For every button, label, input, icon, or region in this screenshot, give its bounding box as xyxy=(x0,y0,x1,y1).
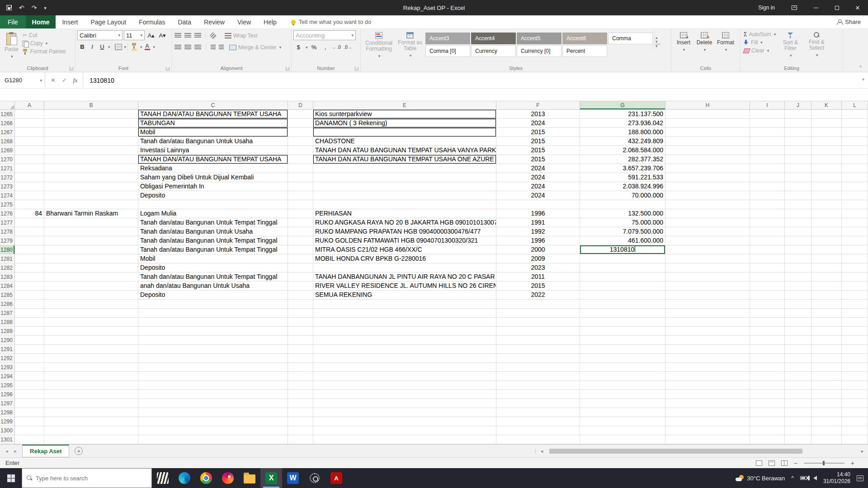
cell-J1277[interactable] xyxy=(785,218,811,227)
column-header-F[interactable]: F xyxy=(496,101,580,110)
cell-B1284[interactable] xyxy=(44,282,138,291)
cell-J1266[interactable] xyxy=(785,119,811,128)
cell-G1278[interactable]: 7.079.500.000 xyxy=(580,227,665,236)
cell-E1289[interactable] xyxy=(313,327,496,336)
cell-I1270[interactable] xyxy=(750,155,785,164)
cell-A1268[interactable] xyxy=(15,137,44,146)
cell-A1291[interactable] xyxy=(15,345,44,354)
cell-H1278[interactable] xyxy=(665,227,750,236)
clipboard-dialog-launcher[interactable] xyxy=(70,66,74,70)
cell-A1290[interactable] xyxy=(15,336,44,345)
accounting-format-button[interactable]: $ xyxy=(293,42,303,52)
cell-A1274[interactable] xyxy=(15,191,44,200)
column-header-H[interactable]: H xyxy=(665,101,750,110)
cell-L1269[interactable] xyxy=(842,146,868,155)
redo-button[interactable]: ↷ xyxy=(32,4,37,11)
cell-J1267[interactable] xyxy=(785,128,811,137)
row-header-1285[interactable]: 1285 xyxy=(0,291,15,300)
cell-L1291[interactable] xyxy=(842,345,868,354)
row-header-1298[interactable]: 1298 xyxy=(0,408,15,417)
decrease-indent-button[interactable] xyxy=(211,45,216,50)
cell-A1292[interactable] xyxy=(15,354,44,363)
cell-C1299[interactable] xyxy=(138,417,288,426)
cell-G1289[interactable] xyxy=(580,327,665,336)
cell-A1280[interactable] xyxy=(15,245,44,254)
cell-I1295[interactable] xyxy=(750,381,785,390)
cell-B1286[interactable] xyxy=(44,300,138,309)
style-tile-accent5[interactable]: Accent5 xyxy=(517,33,561,44)
cell-C1290[interactable] xyxy=(138,336,288,345)
cell-C1292[interactable] xyxy=(138,354,288,363)
cell-I1266[interactable] xyxy=(750,119,785,128)
cell-I1290[interactable] xyxy=(750,336,785,345)
cell-G1283[interactable] xyxy=(580,272,665,282)
cell-B1295[interactable] xyxy=(44,381,138,390)
cell-H1280[interactable] xyxy=(665,245,750,254)
cell-L1266[interactable] xyxy=(842,119,868,128)
cell-J1297[interactable] xyxy=(785,399,811,408)
gallery-more-button[interactable]: ▾ xyxy=(656,44,660,48)
column-header-A[interactable]: A xyxy=(15,101,44,110)
alignment-dialog-launcher[interactable] xyxy=(286,66,290,70)
row-header-1299[interactable]: 1299 xyxy=(0,417,15,426)
cell-C1295[interactable] xyxy=(138,381,288,390)
cell-B1268[interactable] xyxy=(44,137,138,146)
cell-B1287[interactable] xyxy=(44,309,138,318)
cell-L1265[interactable] xyxy=(842,110,868,119)
cell-C1289[interactable] xyxy=(138,327,288,336)
underline-button[interactable]: U xyxy=(97,42,107,52)
cell-K1298[interactable] xyxy=(811,408,842,417)
cell-A1297[interactable] xyxy=(15,399,44,408)
cell-L1276[interactable] xyxy=(842,209,868,218)
cell-A1301[interactable] xyxy=(15,435,44,444)
row-header-1271[interactable]: 1271 xyxy=(0,164,15,173)
cell-G1292[interactable] xyxy=(580,354,665,363)
cell-J1294[interactable] xyxy=(785,372,811,381)
cell-B1282[interactable] xyxy=(44,263,138,272)
cell-H1291[interactable] xyxy=(665,345,750,354)
cell-G1300[interactable] xyxy=(580,426,665,435)
cell-I1272[interactable] xyxy=(750,173,785,182)
cell-B1278[interactable] xyxy=(44,227,138,236)
percent-style-button[interactable]: % xyxy=(309,42,319,52)
cell-K1295[interactable] xyxy=(811,381,842,390)
cell-C1293[interactable] xyxy=(138,363,288,372)
delete-cells-button[interactable]: × Delete▾ xyxy=(694,30,715,55)
cell-I1287[interactable] xyxy=(750,309,785,318)
cell-C1291[interactable] xyxy=(138,345,288,354)
row-header-1300[interactable]: 1300 xyxy=(0,426,15,435)
cell-L1295[interactable] xyxy=(842,381,868,390)
cell-C1301[interactable] xyxy=(138,435,288,444)
cell-D1282[interactable] xyxy=(288,263,313,272)
cell-K1283[interactable] xyxy=(811,272,842,282)
cell-A1279[interactable] xyxy=(15,236,44,245)
cell-G1266[interactable]: 273.936.042 xyxy=(580,119,665,128)
cell-L1288[interactable] xyxy=(842,318,868,327)
row-header-1283[interactable]: 1283 xyxy=(0,272,15,282)
cell-F1276[interactable]: 1996 xyxy=(496,209,580,218)
row-header-1296[interactable]: 1296 xyxy=(0,390,15,399)
format-as-table-button[interactable]: Format as Table▾ xyxy=(395,30,425,61)
cell-B1276[interactable]: Bharwani Tarmin Raskam xyxy=(44,209,138,218)
cell-E1286[interactable] xyxy=(313,300,496,309)
cell-B1301[interactable] xyxy=(44,435,138,444)
cell-B1290[interactable] xyxy=(44,336,138,345)
cell-F1275[interactable] xyxy=(496,200,580,209)
cell-C1297[interactable] xyxy=(138,399,288,408)
tab-data[interactable]: Data xyxy=(171,15,198,28)
cell-C1281[interactable]: Mobil xyxy=(138,254,288,263)
cell-C1267[interactable]: Mobil xyxy=(138,128,288,137)
cell-F1270[interactable]: 2015 xyxy=(496,155,580,164)
style-tile-percent[interactable]: Percent xyxy=(562,45,607,57)
cell-C1271[interactable]: Reksadana xyxy=(138,164,288,173)
cell-H1282[interactable] xyxy=(665,263,750,272)
cell-C1265[interactable]: TANAH DAN/ATAU BANGUNAN TEMPAT USAHA xyxy=(138,110,288,119)
cell-I1297[interactable] xyxy=(750,399,785,408)
row-header-1284[interactable]: 1284 xyxy=(0,282,15,291)
style-tile-comma-0-[interactable]: Comma [0] xyxy=(425,45,470,57)
tab-formulas[interactable]: Formulas xyxy=(132,15,171,28)
cell-J1273[interactable] xyxy=(785,182,811,191)
taskbar-weather[interactable]: 30°C Berawan xyxy=(736,475,785,482)
cell-A1272[interactable] xyxy=(15,173,44,182)
cell-J1278[interactable] xyxy=(785,227,811,236)
